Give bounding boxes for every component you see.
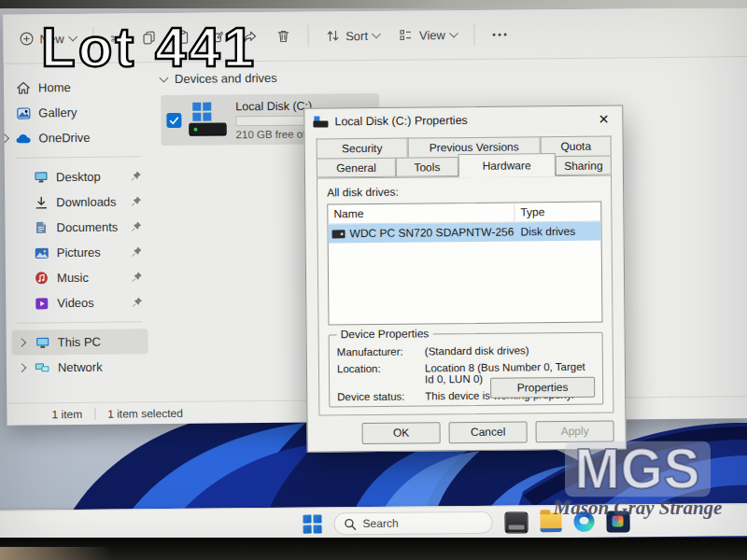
- location-label: Location:: [337, 362, 425, 385]
- manufacturer-value: (Standard disk drives): [425, 344, 595, 357]
- tab-hardware[interactable]: Hardware: [458, 153, 556, 177]
- drive-type: Disk drives: [514, 225, 600, 239]
- sidebar-item-label: This PC: [58, 335, 101, 349]
- tab-sharing[interactable]: Sharing: [556, 156, 612, 176]
- column-type[interactable]: Type: [514, 205, 600, 219]
- sidebar-item-onedrive[interactable]: OneDrive: [9, 124, 146, 150]
- selected-count: 1 item selected: [107, 406, 183, 420]
- sort-icon: [325, 28, 340, 43]
- taskbar-search[interactable]: Search: [333, 511, 492, 536]
- onedrive-icon: [15, 130, 31, 146]
- tab-security[interactable]: Security: [317, 138, 408, 159]
- pin-icon: [132, 246, 142, 257]
- disk-drive-row[interactable]: WDC PC SN720 SDAPNTW-256G-1006 Disk driv…: [328, 222, 600, 244]
- sidebar-item-videos[interactable]: Videos: [11, 289, 148, 315]
- sidebar-item-network[interactable]: Network: [12, 354, 148, 380]
- pin-icon: [131, 221, 141, 231]
- chevron-right-icon[interactable]: [17, 338, 26, 347]
- music-icon: [34, 270, 49, 286]
- device-status-label: Device status:: [337, 390, 425, 402]
- cancel-button[interactable]: Cancel: [449, 421, 528, 443]
- hardware-tab-panel: All disk drives: Name Type WDC PC SN720 …: [317, 175, 613, 416]
- sidebar-item-documents[interactable]: Documents: [10, 214, 147, 240]
- drive-model: WDC PC SN720 SDAPNTW-256G-1006: [350, 226, 515, 241]
- sidebar-item-label: Pictures: [57, 245, 101, 259]
- sidebar-item-label: Music: [57, 271, 89, 285]
- disk-drives-list[interactable]: Name Type WDC PC SN720 SDAPNTW-256G-1006…: [327, 202, 602, 326]
- tab-strip: Security Previous Versions Quota General…: [317, 136, 612, 179]
- toolbar-divider: [474, 23, 475, 46]
- toolbar-divider: [307, 25, 308, 48]
- app-icon[interactable]: [504, 511, 528, 533]
- sidebar-item-gallery[interactable]: Gallery: [9, 99, 146, 125]
- sidebar-item-downloads[interactable]: Downloads: [10, 189, 147, 215]
- pin-icon: [131, 196, 141, 206]
- lot-number-watermark: Lot 441: [41, 15, 257, 79]
- more-options-button[interactable]: [486, 27, 514, 41]
- sidebar-item-label: Videos: [57, 296, 94, 310]
- drive-icon: [332, 230, 345, 238]
- column-name[interactable]: Name: [328, 203, 514, 224]
- sidebar-item-label: Desktop: [56, 170, 101, 184]
- trash-icon: [275, 29, 290, 44]
- sidebar-item-label: Gallery: [38, 105, 77, 119]
- drive-icon: [189, 101, 228, 138]
- pin-icon: [132, 272, 142, 282]
- sidebar-item-label: OneDrive: [38, 131, 90, 146]
- sidebar-item-label: Documents: [56, 220, 118, 235]
- item-count: 1 item: [51, 407, 82, 420]
- documents-icon: [33, 219, 49, 235]
- sidebar-item-label: Home: [38, 80, 71, 94]
- delete-button[interactable]: [269, 24, 297, 49]
- properties-dialog: Local Disk (C:) Properties ✕ Security Pr…: [303, 105, 627, 452]
- chevron-down-icon: [373, 29, 382, 38]
- sidebar-item-this-pc[interactable]: This PC: [12, 329, 148, 355]
- screen-top-edge: [0, 0, 747, 8]
- view-button-label: View: [419, 28, 445, 42]
- properties-button[interactable]: Properties: [490, 377, 595, 399]
- mgs-subtitle: Mason Gray Strange: [529, 497, 747, 520]
- gallery-icon: [15, 105, 31, 120]
- tab-general[interactable]: General: [317, 158, 397, 178]
- downloads-icon: [33, 194, 49, 210]
- pictures-icon: [34, 245, 49, 260]
- sidebar-item-music[interactable]: Music: [11, 264, 148, 290]
- videos-icon: [34, 295, 49, 311]
- selection-checkbox[interactable]: [166, 113, 181, 128]
- dialog-title: Local Disk (C:) Properties: [334, 114, 468, 128]
- photographed-laptop-screen: New ✂: [0, 0, 747, 560]
- laptop-bottom-bezel: [0, 538, 747, 560]
- view-button[interactable]: View: [392, 22, 464, 48]
- drive-icon: [313, 116, 328, 127]
- device-properties-groupbox: Device Properties Manufacturer: (Standar…: [329, 332, 604, 408]
- tab-tools[interactable]: Tools: [396, 157, 458, 177]
- sidebar-divider: [16, 156, 141, 158]
- start-button[interactable]: [303, 515, 321, 534]
- sort-button-label: Sort: [345, 29, 368, 43]
- chevron-down-icon: [449, 29, 458, 38]
- network-icon: [35, 359, 50, 375]
- search-placeholder: Search: [362, 517, 398, 530]
- pin-icon: [131, 171, 141, 181]
- sidebar-divider: [17, 321, 142, 323]
- search-icon: [344, 518, 356, 530]
- mgs-logo: MGS: [565, 441, 710, 497]
- plus-circle-icon: [19, 31, 34, 46]
- sidebar-item-label: Downloads: [56, 195, 116, 210]
- sort-button[interactable]: Sort: [318, 23, 387, 49]
- navigation-pane: Home Gallery OneDrive Desktop: [4, 63, 154, 402]
- sidebar-item-label: Network: [58, 360, 103, 374]
- close-icon[interactable]: ✕: [594, 109, 614, 128]
- sidebar-item-desktop[interactable]: Desktop: [10, 163, 147, 189]
- view-icon: [399, 28, 414, 43]
- manufacturer-label: Manufacturer:: [337, 345, 425, 357]
- ok-button[interactable]: OK: [362, 422, 441, 444]
- desk-surface: [0, 547, 112, 560]
- auctioneer-watermark: MGS Mason Gray Strange: [529, 442, 747, 520]
- all-disk-drives-label: All disk drives:: [327, 184, 601, 200]
- desktop-icon: [33, 169, 49, 185]
- dialog-title-bar[interactable]: Local Disk (C:) Properties ✕: [304, 105, 622, 134]
- chevron-right-icon[interactable]: [17, 363, 26, 372]
- sidebar-item-pictures[interactable]: Pictures: [11, 239, 148, 265]
- list-header: Name Type: [328, 203, 600, 225]
